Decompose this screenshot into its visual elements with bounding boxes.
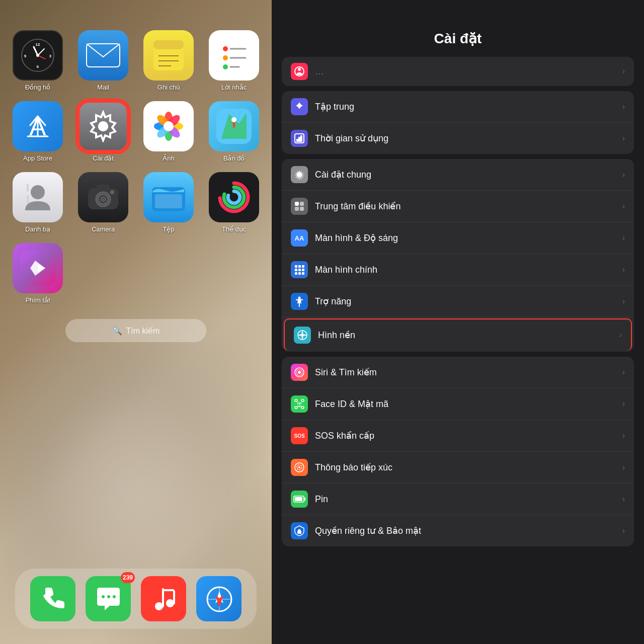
svg-point-18: [223, 64, 228, 69]
dock-app-phone[interactable]: [30, 576, 75, 621]
app-reminders[interactable]: Lời nhắc: [206, 30, 262, 91]
svg-rect-61: [163, 589, 174, 591]
app-mail[interactable]: Mail: [75, 30, 131, 91]
dock-app-music[interactable]: [141, 576, 186, 621]
search-bar[interactable]: 🔍 Tìm kiếm: [65, 319, 206, 342]
svg-point-36: [164, 121, 174, 131]
homescreen-icon: [291, 261, 308, 278]
row-faceid[interactable]: Face ID & Mật mã ›: [282, 388, 634, 420]
wallpaper-label: Hình nền: [318, 330, 615, 341]
siri-label: Siri & Tìm kiếm: [315, 367, 618, 378]
svg-rect-86: [295, 272, 297, 275]
battery-label: Pin: [315, 494, 618, 505]
svg-rect-78: [295, 207, 299, 211]
app-appstore[interactable]: A App Store: [10, 101, 65, 162]
row-homescreen[interactable]: Màn hình chính ›: [282, 254, 634, 286]
sos-label: SOS khẩn cấp: [315, 430, 618, 441]
row-sos[interactable]: SOS SOS khẩn cấp ›: [282, 420, 634, 452]
app-appstore-label: App Store: [23, 154, 52, 162]
svg-rect-84: [298, 269, 301, 271]
control-label: Trung tâm điều khiển: [315, 201, 618, 212]
row-contact[interactable]: Thông báo tiếp xúc ›: [282, 452, 634, 484]
svg-point-70: [298, 68, 301, 71]
messages-badge: 239: [121, 572, 135, 583]
focus-icon: [291, 98, 308, 115]
svg-point-58: [113, 595, 116, 598]
focus-chevron: ›: [622, 102, 625, 111]
svg-rect-99: [295, 407, 297, 409]
faceid-chevron: ›: [622, 399, 625, 409]
search-icon: 🔍: [112, 326, 122, 336]
settings-header: Cài đặt: [272, 0, 644, 57]
battery-chevron: ›: [622, 495, 625, 504]
svg-rect-80: [295, 265, 297, 268]
app-files[interactable]: Tệp: [141, 172, 196, 233]
row-privacy[interactable]: Quyền riêng tư & Bảo mật ›: [282, 515, 634, 546]
svg-text:6: 6: [37, 64, 39, 69]
row-control[interactable]: Trung tâm điều khiển ›: [282, 191, 634, 222]
row-display[interactable]: AA Màn hình & Độ sáng ›: [282, 222, 634, 254]
app-shortcuts[interactable]: Phím tắt: [10, 243, 65, 304]
contact-label: Thông báo tiếp xúc: [315, 462, 618, 473]
app-maps-label: Bản đồ: [223, 154, 245, 162]
svg-rect-109: [295, 497, 302, 501]
app-shortcuts-label: Phím tắt: [25, 296, 50, 304]
svg-point-39: [231, 117, 236, 122]
partial-icon: [291, 63, 308, 80]
dock-app-safari[interactable]: [196, 576, 242, 621]
svg-rect-50: [155, 194, 182, 208]
svg-rect-42: [27, 195, 29, 203]
svg-point-60: [166, 599, 174, 607]
app-contacts-label: Danh bạ: [25, 225, 50, 233]
svg-point-17: [223, 55, 228, 60]
row-general[interactable]: Cài đặt chung ›: [282, 159, 634, 191]
svg-rect-11: [153, 40, 184, 49]
app-maps[interactable]: Bản đồ: [206, 101, 262, 162]
display-label: Màn hình & Độ sáng: [315, 232, 618, 244]
app-notes[interactable]: Ghi chú: [141, 30, 196, 91]
home-screen-panel: 12 6 9 3 Đồng hồ: [0, 0, 272, 644]
privacy-icon: [291, 522, 308, 539]
partial-chevron: ›: [622, 67, 625, 76]
app-clock[interactable]: 12 6 9 3 Đồng hồ: [10, 30, 65, 91]
app-contacts[interactable]: Danh bạ: [10, 172, 65, 233]
homescreen-label: Màn hình chính: [315, 265, 618, 275]
row-screentime[interactable]: Thời gian sử dụng ›: [282, 123, 634, 154]
app-camera[interactable]: Camera: [75, 172, 131, 233]
svg-rect-98: [301, 399, 304, 401]
general-chevron: ›: [622, 170, 625, 179]
svg-point-106: [298, 466, 300, 468]
row-accessibility[interactable]: Trợ năng ›: [282, 286, 634, 317]
row-focus[interactable]: Tập trung ›: [282, 91, 634, 123]
siri-chevron: ›: [622, 368, 625, 377]
row-battery[interactable]: Pin ›: [282, 484, 634, 515]
svg-rect-74: [300, 135, 302, 142]
wallpaper-icon: [294, 327, 311, 344]
accessibility-icon: [291, 293, 308, 310]
app-photos[interactable]: Ảnh: [141, 101, 196, 162]
app-settings[interactable]: Cài đặt: [75, 101, 131, 162]
general-label: Cài đặt chung: [315, 169, 618, 180]
row-siri[interactable]: Siri & Tìm kiếm ›: [282, 357, 634, 388]
display-icon: AA: [291, 229, 308, 247]
settings-title: Cài đặt: [434, 31, 482, 46]
siri-icon: [291, 364, 308, 381]
svg-point-96: [298, 371, 301, 374]
partial-row[interactable]: … ›: [282, 57, 634, 86]
svg-point-47: [100, 196, 106, 202]
app-files-label: Tệp: [163, 225, 174, 233]
app-notes-label: Ghi chú: [157, 84, 180, 91]
group-siri: Siri & Tìm kiếm › F: [282, 357, 634, 546]
settings-panel: Cài đặt … ›: [272, 0, 644, 644]
app-fitness[interactable]: Thể dục: [206, 172, 262, 233]
row-wallpaper[interactable]: Hình nền ›: [284, 318, 632, 351]
battery-icon: [291, 491, 308, 508]
svg-text:3: 3: [49, 54, 52, 58]
wallpaper-chevron: ›: [619, 331, 622, 340]
svg-rect-44: [97, 185, 110, 191]
contact-chevron: ›: [622, 463, 625, 472]
svg-rect-77: [300, 202, 304, 206]
dock-app-messages[interactable]: 239: [86, 576, 131, 621]
display-chevron: ›: [622, 233, 625, 243]
svg-point-40: [31, 185, 45, 199]
